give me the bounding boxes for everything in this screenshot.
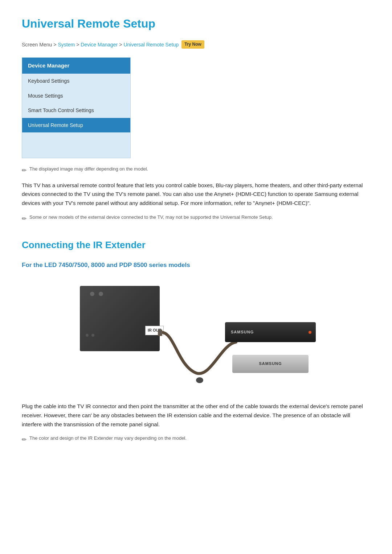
samsung-label-top: SAMSUNG bbox=[231, 329, 254, 336]
ir-out-label: IR OUT bbox=[145, 326, 164, 335]
note2-row: ✏ Some or new models of the external dev… bbox=[22, 214, 370, 223]
tv-panel-dot1 bbox=[90, 292, 94, 296]
breadcrumb-sep3: > bbox=[119, 41, 122, 49]
menu-header: Device Manager bbox=[22, 58, 130, 74]
samsung-setbox-bottom: SAMSUNG bbox=[232, 355, 309, 373]
samsung-label-bottom: SAMSUNG bbox=[259, 361, 282, 367]
ir-section-title: Connecting the IR Extender bbox=[22, 238, 370, 253]
tv-back-panel bbox=[80, 286, 160, 351]
menu-item-mouse[interactable]: Mouse Settings bbox=[22, 89, 130, 103]
breadcrumb-device-manager[interactable]: Device Manager bbox=[81, 41, 118, 49]
ir-sub-title: For the LED 7450/7500, 8000 and PDP 8500… bbox=[22, 260, 370, 270]
note3-text: The color and design of the IR Extender … bbox=[29, 435, 187, 442]
tv-panel-dot4 bbox=[91, 334, 94, 337]
body-text-2: Plug the cable into the TV IR connector … bbox=[22, 402, 370, 429]
tv-panel-dot3 bbox=[86, 334, 89, 337]
note2-text: Some or new models of the external devic… bbox=[29, 214, 273, 221]
body-text-1: This TV has a universal remote control f… bbox=[22, 181, 370, 208]
svg-point-5 bbox=[196, 377, 203, 383]
note3-icon: ✏ bbox=[22, 435, 26, 444]
menu-empty-space bbox=[22, 132, 130, 158]
samsung-setbox-top: SAMSUNG bbox=[225, 322, 316, 342]
breadcrumb-universal-remote[interactable]: Universal Remote Setup bbox=[123, 41, 179, 49]
breadcrumb-sep1: > bbox=[53, 41, 56, 49]
page-title: Universal Remote Setup bbox=[22, 15, 370, 33]
breadcrumb-screenmen: Screen Menu bbox=[22, 41, 52, 49]
note1-row: ✏ The displayed image may differ dependi… bbox=[22, 165, 370, 175]
samsung-dot bbox=[309, 331, 311, 334]
device-manager-menu: Device Manager Keyboard Settings Mouse S… bbox=[22, 57, 131, 158]
tv-panel-dot2 bbox=[99, 292, 103, 296]
menu-item-keyboard[interactable]: Keyboard Settings bbox=[22, 74, 130, 88]
note3-row: ✏ The color and design of the IR Extende… bbox=[22, 435, 370, 444]
note2-icon: ✏ bbox=[22, 214, 26, 223]
breadcrumb-sep2: > bbox=[76, 41, 79, 49]
menu-item-smart-touch[interactable]: Smart Touch Control Settings bbox=[22, 103, 130, 118]
note1-icon: ✏ bbox=[22, 166, 26, 175]
breadcrumb: Screen Menu > System > Device Manager > … bbox=[22, 40, 370, 49]
menu-item-universal-remote[interactable]: Universal Remote Setup bbox=[22, 118, 130, 132]
breadcrumb-system[interactable]: System bbox=[58, 41, 75, 49]
note1-text: The displayed image may differ depending… bbox=[29, 165, 148, 173]
ir-diagram: IR OUT SAMSUNG SAMSUNG bbox=[69, 279, 323, 395]
try-now-badge[interactable]: Try Now bbox=[181, 40, 204, 49]
